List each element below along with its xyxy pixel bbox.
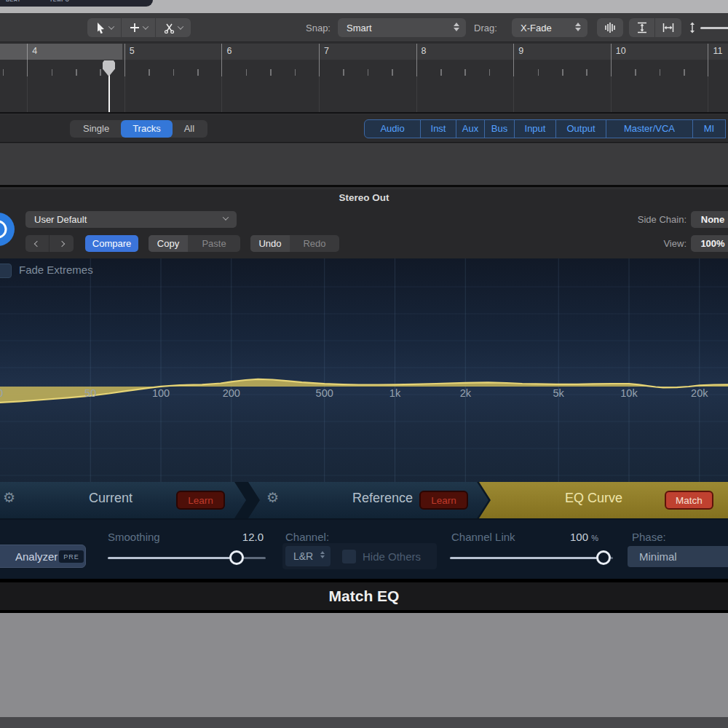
channel-link-value: 100 % (546, 531, 598, 543)
pointer-tool-button[interactable] (87, 18, 122, 37)
filter-tab-tracks[interactable]: Tracks (121, 120, 173, 138)
waveform-zoom-button[interactable] (597, 18, 623, 37)
horizontal-zoom-icon (662, 23, 674, 33)
smoothing-label: Smoothing (108, 531, 160, 543)
channel-tab-mi[interactable]: MI (692, 119, 726, 138)
reference-section-tab[interactable]: ⚙ Reference Learn (248, 482, 488, 518)
vertical-zoom-button[interactable] (629, 18, 655, 37)
ruler-bar-line-ext (416, 76, 417, 112)
preset-dropdown[interactable]: User Default (25, 211, 237, 228)
channel-tab-master-vca[interactable]: Master/VCA (606, 119, 693, 138)
redo-button[interactable]: Redo (290, 235, 339, 252)
chevron-left-icon (34, 240, 40, 246)
channel-link-slider[interactable] (450, 557, 597, 559)
pre-badge: PRE (59, 550, 84, 563)
ruler-bar-label: 7 (324, 46, 329, 56)
channel-tab-aux[interactable]: Aux (456, 119, 485, 138)
power-icon (0, 213, 15, 246)
channel-tab-output[interactable]: Output (555, 119, 606, 138)
plugin-titlebar: Match EQ (0, 579, 728, 613)
eq-graph[interactable]: Fade Extremes 20501002005001k2k5k10k20k (0, 258, 728, 482)
ruler-beat-tick (684, 69, 685, 76)
drag-label: Drag: (474, 23, 497, 33)
scissors-tool-button[interactable] (156, 18, 190, 37)
channel-link-slider-knob[interactable] (596, 550, 611, 565)
channel-label: Channel: (285, 531, 329, 543)
playhead-marker[interactable] (103, 60, 115, 76)
horizontal-zoom-button[interactable] (655, 18, 681, 37)
paste-button[interactable]: Paste (188, 235, 240, 252)
ruler-beat-tick (100, 69, 101, 76)
gear-icon[interactable]: ⚙ (266, 489, 279, 506)
ruler-beat-tick (440, 69, 442, 76)
smoothing-slider[interactable] (243, 557, 266, 559)
undo-redo-group: Undo Redo (250, 235, 339, 252)
ruler-beat-tick (343, 69, 344, 76)
ruler-beat-tick (246, 69, 248, 76)
match-button[interactable]: Match (665, 491, 713, 510)
ruler-bar-line-ext (708, 76, 708, 112)
ruler-bar-line-ext (124, 76, 125, 112)
current-section-tab[interactable]: ⚙ Current Learn (0, 482, 246, 518)
freq-tick-label: 20 (0, 387, 3, 399)
previous-preset-button[interactable] (25, 235, 50, 252)
channel-dropdown[interactable]: L&R (285, 546, 331, 566)
next-preset-button[interactable] (50, 235, 74, 252)
copy-button[interactable]: Copy (149, 235, 188, 252)
freq-tick-label: 20k (691, 387, 708, 399)
zoom-slider[interactable] (700, 27, 728, 29)
freq-tick-label: 500 (316, 387, 333, 399)
drag-dropdown[interactable]: X-Fade (512, 18, 587, 37)
ruler-beat-tick (660, 69, 661, 76)
ruler-beat-tick (149, 69, 150, 76)
ruler-beat-tick (270, 69, 272, 76)
cycle-region[interactable] (0, 44, 122, 60)
fade-tool-button[interactable] (122, 18, 156, 37)
channel-tab-bus[interactable]: Bus (484, 119, 515, 138)
channel-link-label: Channel Link (451, 531, 515, 543)
view-sections: ⚙ Current Learn ⚙ Reference Learn EQ Cur… (0, 482, 728, 518)
gear-icon[interactable]: ⚙ (3, 489, 15, 506)
ruler-bar-line-ext (221, 76, 222, 112)
eq-curve-section-tab[interactable]: EQ Curve Match (479, 482, 728, 518)
hide-others-checkbox[interactable] (342, 550, 356, 563)
side-chain-dropdown[interactable]: None (691, 211, 728, 228)
ruler-beat-tick (586, 69, 587, 76)
ruler-beat-tick (76, 69, 77, 76)
ruler-bar-line (611, 44, 612, 76)
stepper-arrows-icon (320, 551, 325, 558)
ruler-bar-line-ext (27, 76, 28, 112)
timeline-ruler[interactable]: 4567891011 (0, 44, 728, 114)
smoothing-slider[interactable] (108, 557, 230, 559)
fade-extremes-label: Fade Extremes (19, 264, 93, 276)
ruler-bar-line (708, 44, 708, 76)
ruler-beat-tick (368, 69, 369, 76)
filter-tab-all[interactable]: All (173, 120, 206, 138)
vertical-zoom-icon (637, 22, 647, 33)
plugin-power-button[interactable] (0, 213, 15, 246)
compare-button[interactable]: Compare (85, 235, 138, 252)
analyzer-button[interactable]: Analyzer PRE (0, 545, 86, 568)
reference-learn-button[interactable]: Learn (419, 491, 468, 510)
preset-value: User Default (34, 214, 87, 225)
snap-dropdown[interactable]: Smart (338, 18, 466, 37)
freq-tick-label: 10k (620, 387, 637, 399)
ruler-beat-tick (52, 69, 53, 76)
tool-menu-group (87, 18, 191, 37)
ruler-bar-line-ext (513, 76, 514, 112)
current-learn-button[interactable]: Learn (176, 491, 225, 510)
undo-button[interactable]: Undo (250, 235, 290, 252)
phase-dropdown[interactable]: Minimal (628, 546, 728, 567)
channel-tab-inst[interactable]: Inst (420, 119, 456, 138)
filter-tab-single[interactable]: Single (71, 120, 121, 138)
view-dropdown[interactable]: 100% (691, 235, 728, 252)
channel-tab-input[interactable]: Input (514, 119, 556, 138)
smoothing-slider-knob[interactable] (229, 550, 244, 565)
fade-extremes-checkbox[interactable] (0, 264, 12, 278)
bottom-strip (0, 717, 728, 728)
channel-tab-audio[interactable]: Audio (364, 119, 421, 138)
freq-tick-label: 100 (152, 387, 170, 399)
ruler-bar-line-ext (611, 76, 612, 112)
current-label: Current (89, 491, 132, 506)
chevron-down-icon (142, 23, 148, 29)
